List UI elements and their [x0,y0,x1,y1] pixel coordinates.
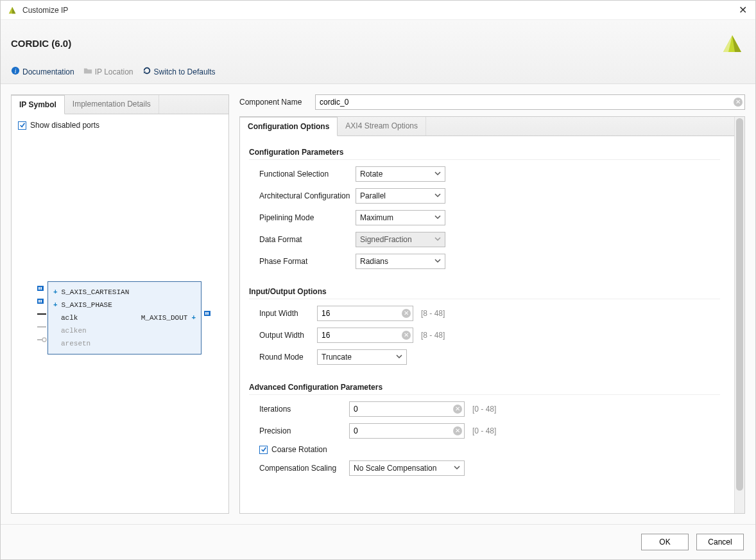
folder-icon [83,66,92,77]
round-mode-label: Round Mode [259,353,317,362]
chevron-down-icon [434,257,441,266]
left-tabs: IP Symbol Implementation Details [12,95,228,114]
chevron-down-icon [434,213,441,222]
select-value: Truncate [322,353,352,362]
tab-configuration-options[interactable]: Configuration Options [240,117,338,136]
checkbox-box [259,446,268,454]
ip-location-link[interactable]: IP Location [83,66,133,77]
chevron-down-icon [454,464,460,473]
round-mode-select[interactable]: Truncate [317,349,407,365]
output-width-range: [8 - 48] [421,331,445,340]
bus-stub-icon [37,284,47,293]
documentation-label: Documentation [22,67,74,76]
arch-config-select[interactable]: Parallel [356,188,445,204]
ip-symbol-canvas: Show disabled ports +S_AXIS_CARTESIAN +S… [12,114,228,513]
cancel-button[interactable]: Cancel [696,534,744,550]
scrollbar-thumb[interactable] [736,118,743,491]
component-name-row: Component Name ✕ [239,94,745,110]
component-name-input[interactable] [315,94,745,110]
clear-icon[interactable]: ✕ [402,309,411,318]
port-aresetn: aresetn [61,340,90,347]
select-value: Rotate [360,170,382,179]
arch-config-label: Architectural Configuration [259,191,356,200]
dialog-body: IP Symbol Implementation Details Show di… [1,84,755,524]
pipelining-mode-label: Pipelining Mode [259,213,356,222]
iterations-input[interactable] [349,401,465,417]
bus-expand-icon[interactable]: + [53,301,58,309]
wire-stub-icon [37,310,47,318]
iterations-range: [0 - 48] [472,405,496,414]
port-aclken: aclken [61,327,87,335]
wire-stub-icon [37,323,47,331]
phase-format-select[interactable]: Radians [356,254,445,269]
bus-expand-icon[interactable]: + [191,314,196,322]
precision-input[interactable] [349,423,465,439]
window-title: Customize IP [22,6,736,15]
documentation-link[interactable]: i Documentation [11,66,74,77]
clear-icon[interactable]: ✕ [453,405,462,414]
config-tabs: Configuration Options AXI4 Stream Option… [240,117,734,136]
show-disabled-checkbox[interactable]: Show disabled ports [18,121,222,130]
switch-defaults-link[interactable]: Switch to Defaults [142,66,216,77]
output-width-input[interactable] [317,328,413,343]
switch-defaults-label: Switch to Defaults [154,67,216,76]
page-title: CORDIC (6.0) [11,38,71,49]
select-value: Maximum [360,213,393,222]
ip-block: +S_AXIS_CARTESIAN +S_AXIS_PHASE aclk M_A… [47,281,202,354]
tab-axi4-stream-options[interactable]: AXI4 Stream Options [338,117,426,136]
coarse-rotation-label: Coarse Rotation [271,445,327,454]
coarse-rotation-checkbox[interactable]: Coarse Rotation [259,445,327,454]
section-io-options: Input/Output Options [249,287,720,299]
port-s-phase: S_AXIS_PHASE [62,301,112,309]
close-icon[interactable]: ✕ [736,4,749,16]
svg-rect-3 [39,287,40,290]
precision-label: Precision [259,426,349,435]
functional-selection-select[interactable]: Rotate [356,166,445,182]
chevron-down-icon [396,353,402,362]
config-box: Configuration Options AXI4 Stream Option… [239,116,745,514]
chevron-down-icon [434,235,441,244]
tab-implementation-details[interactable]: Implementation Details [65,95,159,114]
component-name-label: Component Name [239,98,310,107]
show-disabled-label: Show disabled ports [30,121,99,130]
port-aclk: aclk [61,314,78,322]
input-width-input[interactable] [317,306,413,321]
chevron-down-icon [434,191,441,200]
toolbar: i Documentation IP Location Switch to De… [11,66,745,77]
clear-icon[interactable]: ✕ [402,331,411,340]
scrollbar[interactable] [734,117,744,513]
input-width-label: Input Width [259,309,317,318]
chevron-down-icon [434,170,441,179]
svg-rect-4 [40,287,42,290]
port-m-dout: M_AXIS_DOUT [141,314,188,322]
right-panel: Component Name ✕ Configuration Options A… [239,94,745,514]
vivado-logo-icon [719,30,745,56]
bus-expand-icon[interactable]: + [53,288,58,296]
config-inner: Configuration Parameters Functional Sele… [240,136,734,513]
tab-ip-symbol[interactable]: IP Symbol [12,95,65,114]
header: CORDIC (6.0) i Documentation IP Location… [1,20,755,84]
svg-rect-13 [205,312,207,315]
left-panel: IP Symbol Implementation Details Show di… [11,94,229,514]
select-value: No Scale Compensation [354,464,436,473]
port-s-cartesian: S_AXIS_CARTESIAN [62,288,130,296]
svg-rect-7 [40,300,42,302]
info-icon: i [11,66,20,77]
svg-rect-6 [39,300,40,302]
output-width-label: Output Width [259,331,317,340]
svg-rect-14 [207,312,209,315]
svg-point-10 [42,338,46,342]
iterations-label: Iterations [259,405,349,414]
clear-icon[interactable]: ✕ [453,426,462,435]
comp-scaling-label: Compensation Scaling [259,464,349,473]
titlebar: Customize IP ✕ [1,1,755,20]
footer: OK Cancel [1,524,755,559]
ok-button[interactable]: OK [641,534,689,550]
comp-scaling-select[interactable]: No Scale Compensation [349,460,465,476]
svg-text:i: i [15,67,17,74]
ip-location-label: IP Location [95,67,133,76]
pipelining-mode-select[interactable]: Maximum [356,210,445,225]
reset-stub-icon [37,336,47,344]
select-value: Parallel [360,191,386,200]
clear-icon[interactable]: ✕ [734,98,743,107]
